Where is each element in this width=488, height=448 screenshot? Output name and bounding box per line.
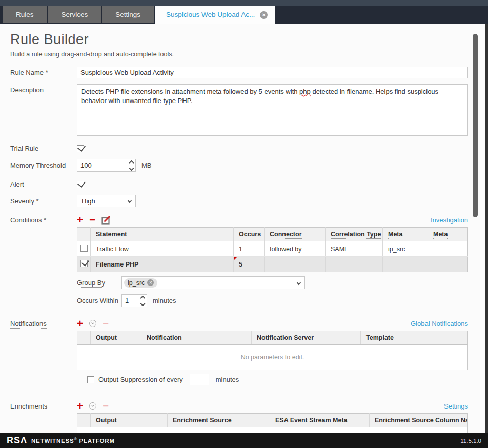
add-notification-icon[interactable]: + [77, 319, 83, 328]
brand-text: NETWITNESS® PLATFORM [31, 437, 115, 444]
version-number: 11.5.1.0 [460, 438, 481, 444]
remove-tag-icon[interactable]: × [147, 279, 154, 286]
tab-suspicious-web-upload[interactable]: Suspicious Web Upload Ac... × [155, 6, 275, 24]
tab-settings[interactable]: Settings [102, 6, 154, 23]
col-notification[interactable]: Notification [141, 331, 252, 345]
trial-rule-checkbox[interactable] [77, 145, 84, 152]
rsa-logo: RSΛ [7, 435, 27, 446]
alert-label: Alert [10, 180, 24, 189]
severity-select[interactable]: High [77, 195, 136, 207]
remove-condition-icon[interactable]: − [89, 215, 95, 225]
empty-message: No parameters to edit. [77, 345, 468, 370]
col-output[interactable]: Output [91, 331, 141, 345]
notifications-header-row: Output Notification Notification Server … [77, 331, 468, 345]
occurs-within-stepper[interactable] [141, 296, 145, 306]
alert-checkbox[interactable] [77, 181, 84, 188]
page-subtitle: Build a rule using drag-and-drop and aut… [10, 51, 485, 58]
cell-occurs: 5 [234, 257, 265, 272]
suppression-minutes-input[interactable] [190, 374, 209, 385]
description-misspelled-word: php [299, 88, 311, 95]
cell-connector: followed by [265, 241, 326, 257]
cell-meta [383, 257, 428, 272]
severity-value: High [82, 197, 95, 205]
group-by-label: Group By [77, 279, 105, 288]
output-suppression-label: Output Suppression of every [98, 376, 183, 383]
col-enrichment-source[interactable]: Enrichment Source [168, 414, 270, 427]
col-statement[interactable]: Statement [91, 228, 234, 241]
tab-services[interactable]: Services [48, 6, 101, 23]
empty-row: No parameters to edit. [77, 345, 468, 370]
tab-strip: Rules Services Settings Suspicious Web U… [0, 6, 488, 24]
rule-name-label: Rule Name * [10, 67, 77, 76]
output-suppression-checkbox[interactable] [87, 376, 94, 383]
investigation-link[interactable]: Investigation [431, 216, 468, 224]
cell-meta: ip_src [383, 241, 428, 257]
col-esa-event-stream-meta[interactable]: ESA Event Stream Meta [270, 414, 370, 427]
row-checkbox[interactable] [80, 245, 88, 252]
close-icon[interactable]: × [260, 11, 268, 19]
col-correlation-type[interactable]: Correlation Type [326, 228, 383, 241]
description-textarea[interactable]: Detects PHP file extensions in attachmen… [77, 84, 468, 136]
group-by-tag: ip_src × [124, 278, 157, 288]
chevron-up-icon[interactable] [129, 160, 134, 166]
top-tab-bar: Rules Services Settings Suspicious Web U… [0, 0, 488, 24]
chevron-down-icon [297, 280, 301, 284]
col-notification-server[interactable]: Notification Server [252, 331, 361, 345]
enrichments-header-row: Output Enrichment Source ESA Event Strea… [77, 414, 468, 427]
notification-menu-icon[interactable] [89, 320, 96, 327]
enrichment-menu-icon[interactable] [89, 402, 96, 410]
col-output[interactable]: Output [91, 414, 168, 427]
cell-correlation-type: SAME [326, 241, 383, 257]
notifications-label: Notifications [10, 320, 47, 329]
occurs-within-label: Occurs Within [77, 297, 121, 304]
group-by-select[interactable]: ip_src × [121, 276, 305, 289]
memory-threshold-label: Memory Threshold [10, 161, 66, 170]
chevron-down-icon[interactable] [140, 301, 146, 307]
row-checkbox[interactable] [80, 260, 88, 267]
tab-label: Suspicious Web Upload Ac... [166, 6, 255, 24]
empty-message: No parameters to edit. [77, 427, 468, 434]
footer-bar: RSΛ NETWITNESS® PLATFORM 11.5.1.0 [0, 433, 488, 448]
settings-link[interactable]: Settings [444, 402, 468, 410]
table-row[interactable]: Traffic Flow 1 followed by SAME ip_src [77, 241, 468, 257]
memory-threshold-stepper[interactable] [130, 161, 133, 170]
add-enrichment-icon[interactable]: + [77, 401, 83, 411]
memory-threshold-unit: MB [141, 161, 152, 169]
trial-rule-label: Trial Rule [10, 145, 38, 153]
description-text: Detects PHP file extensions in attachmen… [81, 88, 299, 95]
suppression-unit: minutes [216, 376, 239, 383]
remove-notification-icon[interactable]: − [103, 319, 109, 328]
memory-threshold-input[interactable] [77, 159, 136, 172]
remove-enrichment-icon[interactable]: − [103, 401, 109, 411]
vertical-scrollbar[interactable] [473, 34, 478, 217]
registered-mark: ® [74, 437, 77, 441]
cell-connector [265, 257, 326, 272]
chevron-down-icon[interactable] [129, 166, 134, 171]
cell-occurs: 1 [234, 241, 265, 257]
occurs-within-unit: minutes [153, 297, 176, 304]
notifications-table: Output Notification Notification Server … [77, 331, 468, 370]
col-meta-2[interactable]: Meta [428, 228, 468, 241]
col-enrichment-source-column-name[interactable]: Enrichment Source Column Name [370, 414, 468, 427]
edit-condition-icon[interactable] [101, 216, 111, 225]
table-row[interactable]: Filename PHP 5 [77, 257, 468, 272]
col-connector[interactable]: Connector [265, 228, 326, 241]
cell-statement: Traffic Flow [91, 241, 234, 257]
conditions-header-row: Statement Occurs Connector Correlation T… [77, 228, 468, 241]
col-template[interactable]: Template [361, 331, 468, 345]
tab-rules[interactable]: Rules [3, 6, 47, 23]
add-condition-icon[interactable]: + [77, 215, 83, 225]
global-notifications-link[interactable]: Global Notifications [411, 320, 468, 328]
severity-label: Severity * [10, 197, 77, 205]
conditions-label: Conditions * [10, 216, 46, 225]
rule-name-input[interactable] [77, 67, 468, 78]
chevron-up-icon[interactable] [140, 296, 146, 301]
empty-row: No parameters to edit. [77, 427, 468, 434]
cell-correlation-type [326, 257, 383, 272]
tag-label: ip_src [128, 279, 145, 287]
col-meta[interactable]: Meta [383, 228, 428, 241]
enrichments-table: Output Enrichment Source ESA Event Strea… [77, 413, 468, 433]
chevron-down-icon [128, 199, 132, 203]
enrichments-label: Enrichments [10, 402, 47, 411]
col-occurs[interactable]: Occurs [234, 228, 265, 241]
